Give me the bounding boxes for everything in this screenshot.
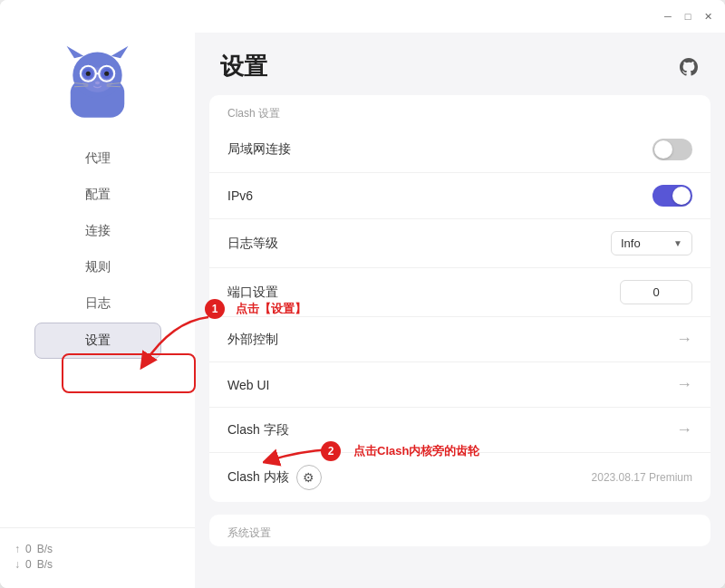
sidebar: 代理 配置 连接 规则 日志 设置 ↑ 0 B/s ↓ 0 B/s <box>0 33 195 588</box>
clash-field-arrow-icon[interactable]: → <box>676 420 692 439</box>
download-speed-unit: B/s <box>37 558 53 571</box>
main-layout: 代理 配置 连接 规则 日志 设置 ↑ 0 B/s ↓ 0 B/s <box>0 33 725 588</box>
ipv6-label: IPv6 <box>227 188 253 203</box>
upload-arrow-icon: ↑ <box>14 543 20 555</box>
upload-speed-row: ↑ 0 B/s <box>14 543 180 555</box>
logo-area <box>57 42 139 123</box>
download-speed-value: 0 <box>25 558 32 571</box>
download-speed-row: ↓ 0 B/s <box>14 558 180 571</box>
svg-point-11 <box>104 71 109 75</box>
minimize-button[interactable]: ─ <box>662 10 674 23</box>
nav-items: 代理 配置 连接 规则 日志 设置 <box>0 141 195 527</box>
clash-field-setting-row: Clash 字段 → <box>209 408 710 453</box>
port-input[interactable] <box>620 280 692 304</box>
svg-marker-3 <box>111 45 129 58</box>
sidebar-item-log[interactable]: 日志 <box>34 286 161 321</box>
web-ui-arrow-icon[interactable]: → <box>676 375 692 394</box>
ipv6-setting-row: IPv6 <box>209 173 710 219</box>
sidebar-bottom: ↑ 0 B/s ↓ 0 B/s <box>0 527 195 588</box>
close-button[interactable]: ✕ <box>701 10 714 23</box>
sidebar-item-rules[interactable]: 规则 <box>34 250 161 284</box>
svg-marker-2 <box>67 45 84 58</box>
clash-settings-card: Clash 设置 局域网连接 IPv6 日志等级 Info ▼ <box>209 95 710 502</box>
download-arrow-icon: ↓ <box>14 558 20 571</box>
sidebar-item-proxy[interactable]: 代理 <box>34 141 161 176</box>
sidebar-item-connect[interactable]: 连接 <box>34 214 161 248</box>
web-ui-label: Web UI <box>227 378 269 392</box>
clash-core-setting-row: Clash 内核 ⚙ 2023.08.17 Premium <box>209 453 710 502</box>
log-level-setting-row: 日志等级 Info ▼ <box>209 219 710 268</box>
clash-field-label: Clash 字段 <box>227 422 289 439</box>
sidebar-item-settings[interactable]: 设置 <box>34 323 161 359</box>
titlebar: ─ □ ✕ <box>0 0 725 33</box>
upload-speed-value: 0 <box>25 543 32 555</box>
lan-label: 局域网连接 <box>227 141 291 158</box>
clash-core-label: Clash 内核 <box>227 469 289 486</box>
clash-core-gear-button[interactable]: ⚙ <box>296 465 322 490</box>
page-title: 设置 <box>220 51 267 82</box>
port-label: 端口设置 <box>227 284 278 301</box>
system-section-label: 系统设置 <box>209 515 710 546</box>
clash-section-label: Clash 设置 <box>209 95 710 127</box>
log-level-label: 日志等级 <box>227 236 278 252</box>
github-icon[interactable] <box>678 56 700 78</box>
svg-point-10 <box>86 71 91 75</box>
log-level-select[interactable]: Info ▼ <box>611 231 692 255</box>
ipv6-toggle[interactable] <box>652 185 692 207</box>
svg-point-12 <box>95 81 100 83</box>
app-window: ─ □ ✕ <box>0 0 725 588</box>
maximize-button[interactable]: □ <box>682 10 694 23</box>
web-ui-setting-row: Web UI → <box>209 362 710 408</box>
cat-logo <box>59 44 136 121</box>
sidebar-item-config[interactable]: 配置 <box>34 178 161 212</box>
external-ctrl-label: 外部控制 <box>227 332 278 348</box>
content-header: 设置 <box>195 33 725 95</box>
upload-speed-unit: B/s <box>37 543 53 555</box>
system-settings-card: 系统设置 <box>209 515 710 546</box>
lan-setting-row: 局域网连接 <box>209 127 710 173</box>
log-level-value: Info <box>621 236 641 250</box>
content-area: 设置 Clash 设置 局域网连接 IPv6 <box>195 33 725 588</box>
lan-toggle[interactable] <box>652 139 692 160</box>
chevron-down-icon: ▼ <box>673 238 682 248</box>
clash-core-version: 2023.08.17 Premium <box>592 471 692 484</box>
external-ctrl-arrow-icon[interactable]: → <box>676 330 692 349</box>
external-ctrl-setting-row: 外部控制 → <box>209 317 710 362</box>
port-setting-row: 端口设置 <box>209 268 710 317</box>
